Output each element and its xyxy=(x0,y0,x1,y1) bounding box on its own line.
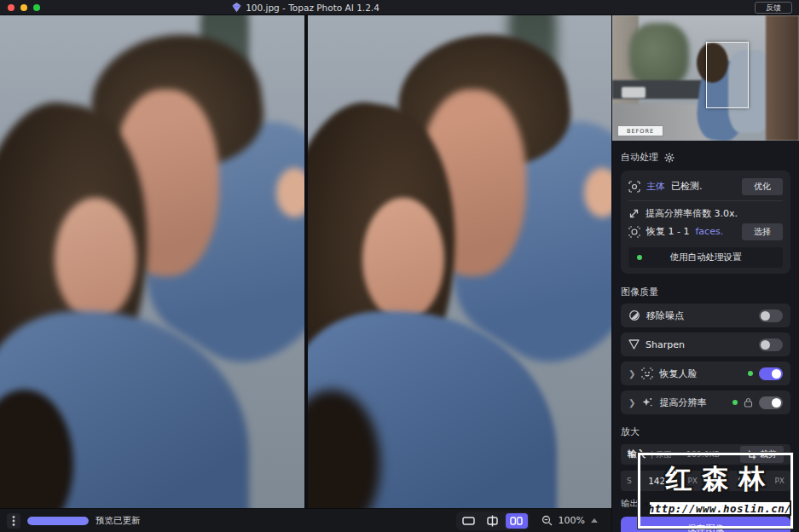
select-faces-button[interactable]: 选择 xyxy=(742,223,783,240)
canvas-area: 预览已更新 100 xyxy=(0,15,611,532)
single-view-icon xyxy=(462,517,475,525)
before-badge: BEFORE xyxy=(617,125,663,136)
apply-autopilot-label: 使用自动处理设置 xyxy=(670,252,742,262)
split-view-icon xyxy=(486,515,499,527)
gear-icon[interactable] xyxy=(664,153,675,163)
autopilot-section-title: 自动处理 xyxy=(621,151,790,164)
output-info-row: 输出 ~2.3MB xyxy=(621,498,790,510)
faces-count-text: 恢复 1 - 1 xyxy=(646,225,689,238)
refine-subject-button[interactable]: 优化 xyxy=(742,178,783,195)
apply-autopilot-button[interactable]: 使用自动处理设置 xyxy=(628,247,783,268)
width-unit: PX xyxy=(687,477,698,485)
zoom-magnifier-icon xyxy=(541,515,553,526)
crop-button-label: 裁剪 xyxy=(760,448,777,460)
chevron-right-icon[interactable]: ❯ xyxy=(628,369,635,379)
zoom-caret-up-icon xyxy=(591,518,598,523)
filter-row-remove-noise[interactable]: 移除噪点 xyxy=(621,304,790,327)
view-mode-group xyxy=(456,512,530,530)
sharpen-toggle[interactable] xyxy=(759,338,783,351)
save-image-button[interactable]: 保存图像 xyxy=(621,517,790,532)
input-info-text: | 原图 - ~189.0KB xyxy=(651,449,720,460)
compare-panels xyxy=(0,15,611,508)
upscale-info-text: 提高分辨率倍数 3.0x. xyxy=(646,207,738,220)
more-options-button[interactable] xyxy=(7,513,20,529)
preview-status-text: 预览已更新 xyxy=(96,515,141,527)
resize-section-title: 放大 xyxy=(621,425,790,438)
filter-row-upscale[interactable]: ❯ 提高分辨率 xyxy=(621,390,790,414)
quality-section-title: 图像质量 xyxy=(621,286,790,298)
upscale-info-row: 提高分辨率倍数 3.0x. xyxy=(628,205,783,222)
filter-row-sharpen[interactable]: Sharpen xyxy=(621,332,790,356)
faces-recover-row: 恢复 1 - 1 faces. 选择 xyxy=(628,222,783,241)
photo-hand xyxy=(276,168,304,217)
height-prefix: S xyxy=(714,477,719,485)
status-bar: 预览已更新 100 xyxy=(0,508,611,532)
input-label: 输入 xyxy=(628,448,646,460)
crop-icon xyxy=(747,450,756,460)
title-bar: 100.jpg - Topaz Photo AI 1.2.4 反馈 xyxy=(0,0,799,15)
subject-label[interactable]: 主体 xyxy=(646,180,665,193)
output-divider-line xyxy=(646,503,751,505)
faces-word[interactable]: faces. xyxy=(695,226,723,237)
sharpen-icon xyxy=(628,339,640,350)
face-detect-icon xyxy=(628,226,640,238)
output-label: 输出 xyxy=(621,498,639,510)
thumb-building-right xyxy=(766,15,799,141)
app-window: 100.jpg - Topaz Photo AI 1.2.4 反馈 xyxy=(0,0,799,532)
filter-label: 提高分辨率 xyxy=(659,396,706,409)
filter-label: Sharpen xyxy=(646,339,685,350)
output-size-text: ~2.3MB xyxy=(758,500,790,509)
navigator-viewport[interactable] xyxy=(706,42,749,108)
before-image-panel[interactable] xyxy=(0,15,304,508)
view-split-button[interactable] xyxy=(482,513,504,529)
lock-icon xyxy=(744,397,753,408)
resize-title-label: 放大 xyxy=(621,425,640,438)
autopilot-enabled-dot xyxy=(748,371,753,376)
photo-woman-face xyxy=(362,198,444,321)
recover-faces-icon xyxy=(641,367,653,379)
thumb-car xyxy=(622,87,646,98)
chevron-right-icon[interactable]: ❯ xyxy=(628,398,635,408)
width-input[interactable] xyxy=(635,476,685,486)
input-info-row: 输入 | 原图 - ~189.0KB 裁剪 xyxy=(621,444,790,465)
vertical-dots-icon xyxy=(12,515,15,527)
navigator-thumbnail[interactable]: BEFORE xyxy=(612,15,799,141)
upscale-toggle[interactable] xyxy=(759,396,783,409)
remove-noise-toggle[interactable] xyxy=(759,309,783,322)
view-side-by-side-button[interactable] xyxy=(506,513,528,529)
subject-detect-icon xyxy=(628,181,640,193)
height-input[interactable] xyxy=(722,476,772,486)
view-single-button[interactable] xyxy=(458,513,480,529)
height-field[interactable]: S PX xyxy=(708,471,790,491)
right-sidebar: BEFORE 自动处理 主体 已检测. xyxy=(611,15,799,532)
autopilot-title-label: 自动处理 xyxy=(621,151,658,164)
sidebar-content: 自动处理 主体 已检测. 优化 xyxy=(612,141,799,532)
subject-detected-row: 主体 已检测. 优化 xyxy=(628,176,783,196)
width-prefix: S xyxy=(627,477,632,485)
topaz-gem-icon xyxy=(232,3,241,12)
feedback-button[interactable]: 反馈 xyxy=(755,2,792,14)
diagonal-resize-icon xyxy=(628,208,640,219)
zoom-control[interactable]: 100% xyxy=(541,515,598,526)
filter-label: 恢复人脸 xyxy=(659,367,697,380)
width-field[interactable]: S PX xyxy=(621,471,703,491)
remove-noise-icon xyxy=(628,309,640,321)
window-title: 100.jpg - Topaz Photo AI 1.2.4 xyxy=(246,3,379,13)
autopilot-enabled-dot xyxy=(732,400,738,405)
upscale-sparkle-icon xyxy=(641,396,653,408)
preview-progress-fill xyxy=(27,517,89,525)
photo-woman-face xyxy=(55,198,136,321)
side-by-side-view-icon xyxy=(510,517,523,525)
height-unit: PX xyxy=(774,477,785,485)
recover-faces-toggle[interactable] xyxy=(759,367,783,380)
autopilot-divider xyxy=(628,200,783,201)
subject-status: 已检测. xyxy=(671,180,703,193)
autopilot-green-dot xyxy=(637,255,642,260)
after-image-panel[interactable] xyxy=(308,15,612,508)
window-title-wrap: 100.jpg - Topaz Photo AI 1.2.4 xyxy=(0,0,611,14)
filter-row-recover-faces[interactable]: ❯ 恢复人脸 xyxy=(621,361,790,385)
crop-button[interactable]: 裁剪 xyxy=(740,446,784,463)
filter-label: 移除噪点 xyxy=(646,309,684,322)
zoom-level-value: 100% xyxy=(559,515,585,526)
quality-title-label: 图像质量 xyxy=(621,286,658,298)
